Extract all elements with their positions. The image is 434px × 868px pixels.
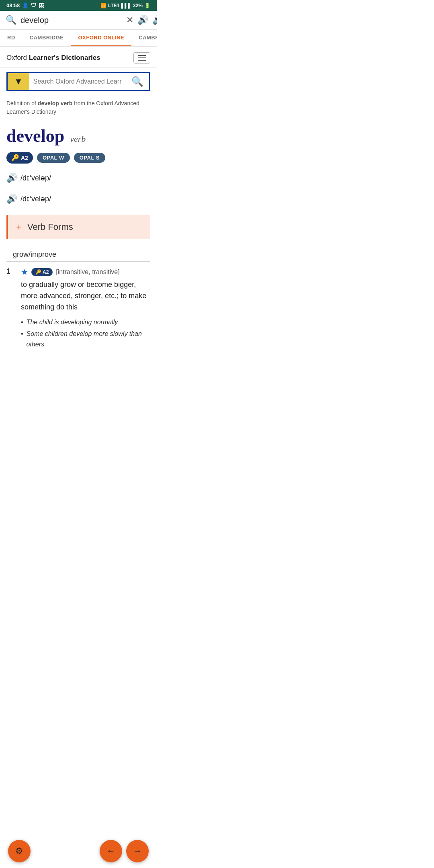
ipa-us: /dɪˈveləp/	[20, 192, 51, 206]
signal-label: LTE1	[108, 3, 119, 8]
logo-normal: Oxford	[6, 54, 29, 61]
pronunciation-uk: 🔊 /dɪˈveləp/	[0, 168, 157, 188]
definition-item-1: 1 ★ 🔑 A2 [intransitive, transitive] to g…	[0, 262, 157, 313]
search-icon: 🔍	[6, 15, 16, 25]
opal-s-badge: OPAL S	[74, 153, 105, 163]
example-text-2: Some children develop more slowly than o…	[27, 329, 150, 349]
ipa-uk: /dɪˈveləp/	[20, 171, 51, 185]
status-right: 📶 LTE1 ▌▌▌ 32% 🔋	[100, 3, 150, 8]
oxford-header: Oxford Learner's Dictionaries	[0, 47, 157, 68]
example-item: • The child is developing normally.	[21, 317, 150, 328]
audio-us-icon[interactable]: 🔊	[6, 190, 17, 208]
def-a2-badge: 🔑 A2	[31, 268, 53, 276]
tab-oxford-online[interactable]: OXFORD ONLINE	[71, 30, 131, 47]
bullet-1: •	[21, 317, 23, 328]
plus-icon: +	[16, 221, 22, 233]
word-main: develop	[6, 126, 64, 146]
chevron-down-icon: ▼	[14, 76, 23, 87]
examples-list: • The child is developing normally. • So…	[0, 313, 157, 350]
clear-button[interactable]: ✕	[126, 15, 133, 25]
search-dropdown-button[interactable]: ▼	[8, 73, 29, 90]
verb-forms-section[interactable]: + Verb Forms	[6, 215, 150, 239]
def-content: ★ 🔑 A2 [intransitive, transitive] to gra…	[21, 267, 150, 313]
battery-icon: 🔋	[144, 3, 150, 8]
hamburger-line-3	[138, 60, 146, 61]
word-heading: develop verb	[0, 118, 157, 149]
oxford-logo: Oxford Learner's Dictionaries	[6, 54, 100, 62]
wifi-icon: 📶	[100, 3, 106, 8]
status-time: 08:58	[6, 2, 20, 8]
battery-label: 32%	[133, 3, 143, 8]
example-item: • Some children develop more slowly than…	[21, 329, 150, 349]
signal-bars: ▌▌▌	[121, 3, 131, 8]
image-icon: 🖼	[39, 2, 44, 8]
example-text-1: The child is developing normally.	[27, 317, 119, 328]
pronunciation-us: 🔊 /dɪˈveləp/	[0, 188, 157, 209]
bullet-2: •	[21, 329, 23, 349]
tab-rd[interactable]: RD	[0, 30, 23, 47]
audio-us-button[interactable]: 🔊	[152, 15, 157, 25]
section-heading: grow/improve	[6, 245, 150, 262]
oxford-search-box: ▼ 🔍	[6, 72, 150, 91]
def-number: 1	[6, 267, 16, 276]
tabs: RD CAMBRIDGE OXFORD ONLINE CAMBRIDGE ONL…	[0, 30, 157, 47]
tab-cambridge-online[interactable]: CAMBRIDGE ONLI	[131, 30, 157, 47]
verb-forms-label: Verb Forms	[27, 222, 73, 232]
oxford-search-input[interactable]	[29, 73, 126, 90]
shield-icon: 🛡	[31, 2, 36, 8]
a2-badge: 🔑 A2	[6, 152, 33, 164]
oxford-search-icon: 🔍	[131, 76, 143, 87]
logo-bold: Learner's Dictionaries	[29, 54, 100, 61]
oxford-search-button[interactable]: 🔍	[126, 73, 149, 90]
opal-w-badge: OPAL W	[37, 153, 70, 163]
star-icon: ★	[21, 267, 28, 277]
tab-cambridge[interactable]: CAMBRIDGE	[23, 30, 71, 47]
def-text: to gradually grow or become bigger, more…	[21, 279, 150, 313]
hamburger-line-1	[138, 55, 146, 56]
def-key-icon: 🔑	[35, 269, 41, 275]
hamburger-line-2	[138, 57, 146, 58]
word-pos: verb	[70, 134, 86, 144]
def-badges: ★ 🔑 A2 [intransitive, transitive]	[21, 267, 150, 277]
a2-level-label: A2	[21, 155, 28, 161]
definition-subtitle: Definition of develop verb from the Oxfo…	[0, 95, 157, 118]
audio-uk-button[interactable]: 🔊	[137, 15, 148, 25]
search-bar: 🔍 ✕ 🔊 🔊 ☆	[0, 11, 157, 30]
status-left: 08:58 👤 🛡 🖼	[6, 2, 44, 8]
hamburger-menu-button[interactable]	[133, 52, 150, 63]
search-actions: ✕ 🔊 🔊 ☆	[126, 15, 157, 25]
person-icon: 👤	[22, 2, 29, 8]
status-bar: 08:58 👤 🛡 🖼 📶 LTE1 ▌▌▌ 32% 🔋	[0, 0, 157, 11]
def-grammar: [intransitive, transitive]	[56, 268, 119, 276]
audio-uk-icon[interactable]: 🔊	[6, 169, 17, 187]
word-badges: 🔑 A2 OPAL W OPAL S	[0, 149, 157, 168]
search-input[interactable]	[20, 16, 122, 25]
key-icon: 🔑	[11, 154, 19, 162]
def-level-label: A2	[43, 269, 49, 275]
